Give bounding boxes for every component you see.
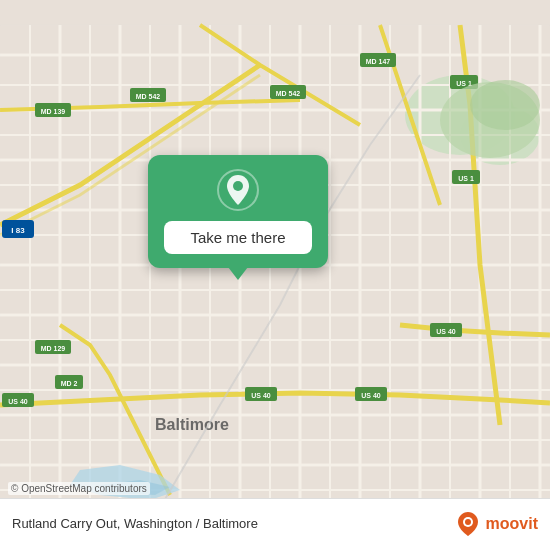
popup-card: Take me there [148,155,328,268]
svg-text:MD 542: MD 542 [136,93,161,100]
svg-text:MD 542: MD 542 [276,90,301,97]
svg-point-70 [233,181,243,191]
svg-text:MD 129: MD 129 [41,345,66,352]
svg-text:MD 2: MD 2 [61,380,78,387]
svg-text:Baltimore: Baltimore [155,416,229,433]
bottom-bar: Rutland Carry Out, Washington / Baltimor… [0,498,550,550]
svg-text:US 1: US 1 [458,175,474,182]
svg-point-67 [470,80,540,130]
moovit-icon [454,510,482,538]
moovit-brand-text: moovit [486,515,538,533]
svg-text:US 40: US 40 [8,398,28,405]
svg-text:US 40: US 40 [436,328,456,335]
map-background: I 83 MD 139 MD 542 MD 542 MD 147 US 1 US… [0,0,550,550]
svg-text:US 40: US 40 [361,392,381,399]
copyright-text: © OpenStreetMap contributors [8,482,150,495]
moovit-logo: moovit [454,510,538,538]
location-pin-icon [217,169,259,211]
location-info: Rutland Carry Out, Washington / Baltimor… [12,516,258,531]
svg-text:MD 139: MD 139 [41,108,66,115]
svg-text:US 40: US 40 [251,392,271,399]
svg-text:I 83: I 83 [11,226,25,235]
take-me-there-button[interactable]: Take me there [164,221,312,254]
popup-pointer [228,267,248,280]
svg-point-72 [465,519,471,525]
svg-text:MD 147: MD 147 [366,58,391,65]
map-container: I 83 MD 139 MD 542 MD 542 MD 147 US 1 US… [0,0,550,550]
